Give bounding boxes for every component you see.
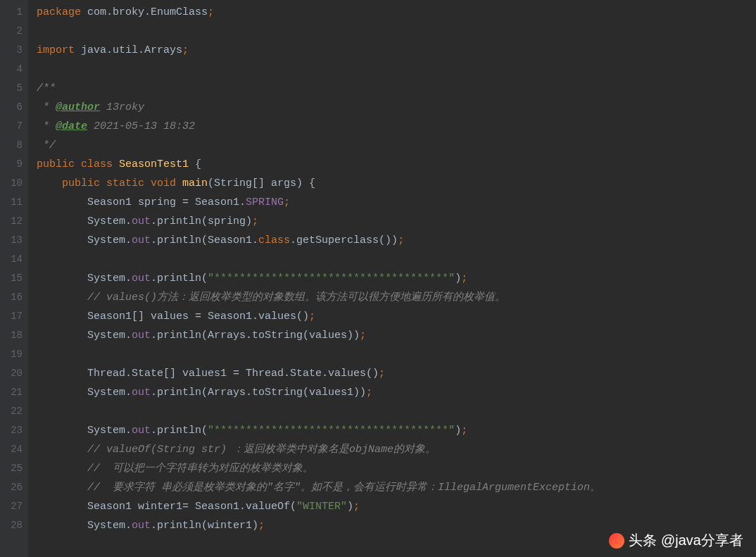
line-number: 19 [0, 345, 28, 364]
code-line: public static void main(String[] args) { [37, 174, 756, 193]
line-number: 22 [0, 402, 28, 421]
code-line: // values()方法：返回枚举类型的对象数组。该方法可以很方便地遍历所有的… [37, 288, 756, 307]
punct: ; [258, 520, 265, 532]
line-number: 13 [0, 231, 28, 250]
identifier: java.util.Arrays [81, 44, 182, 56]
punct: ; [353, 501, 360, 513]
brace: { [195, 158, 201, 170]
code: System. [37, 234, 132, 246]
line-number: 20 [0, 364, 28, 383]
code-line: Thread.State[] values1 = Thread.State.va… [37, 364, 756, 383]
line-number: 28 [0, 516, 28, 535]
code-line: import java.util.Arrays; [37, 41, 756, 60]
keyword: class [258, 234, 290, 246]
keyword: public class [37, 158, 119, 170]
punct: ; [461, 273, 467, 284]
code-line: System.out.println(Arrays.toString(value… [37, 383, 756, 402]
string: "*************************************" [208, 425, 455, 437]
line-number: 14 [0, 250, 28, 269]
punct: ; [208, 6, 214, 18]
doc-comment: /** [37, 82, 56, 94]
field: out [132, 520, 151, 532]
line-number: 26 [0, 478, 28, 497]
line-number: 2 [0, 22, 28, 41]
code: System. [37, 425, 132, 437]
keyword: import [37, 44, 81, 56]
watermark-logo-icon [609, 533, 624, 549]
doc-text: 2021-05-13 18:32 [87, 120, 195, 132]
field: out [132, 330, 151, 342]
code: Season1 spring = Season1. [37, 196, 246, 208]
code-line: System.out.println("********************… [37, 421, 756, 440]
line-comment: // 要求字符 串必须是枚举类对象的"名字"。如不是，会有运行时异常：Illeg… [37, 482, 600, 494]
code: .println(winter1) [151, 520, 258, 532]
line-number: 21 [0, 383, 28, 402]
field: out [132, 215, 151, 227]
code: ) [455, 273, 461, 284]
code-line [37, 345, 756, 364]
code-line: * @author 13roky [37, 98, 756, 117]
code: .println( [151, 273, 208, 284]
line-number: 4 [0, 60, 28, 79]
line-number: 23 [0, 421, 28, 440]
string: "WINTER" [296, 501, 347, 513]
punct: ; [398, 234, 404, 246]
code-line: package com.broky.EnumClass; [37, 3, 756, 22]
code: .println(Season1. [151, 234, 258, 246]
code: System. [37, 330, 132, 342]
line-number: 17 [0, 307, 28, 326]
doc-comment: * [37, 120, 56, 132]
line-number: 3 [0, 41, 28, 60]
code-line: // 可以把一个字符串转为对应的枚举类对象。 [37, 459, 756, 478]
line-number: 25 [0, 459, 28, 478]
identifier: com.broky.EnumClass [87, 6, 208, 18]
line-number: 27 [0, 497, 28, 516]
line-number: 18 [0, 326, 28, 345]
code: Season1 winter1= Season1.valueOf( [37, 501, 296, 513]
code-line: System.out.println(spring); [37, 212, 756, 231]
punct: ; [182, 44, 189, 56]
code-line [37, 22, 756, 41]
line-number: 10 [0, 174, 28, 193]
code: Thread.State[] values1 = Thread.State.va… [37, 368, 379, 380]
punct: ; [461, 425, 467, 437]
code: System. [37, 215, 132, 227]
code-line: Season1[] values = Season1.values(); [37, 307, 756, 326]
code-area[interactable]: package com.broky.EnumClass; import java… [28, 0, 756, 557]
code-line: public class SeasonTest1 { [37, 155, 756, 174]
code-line: // 要求字符 串必须是枚举类对象的"名字"。如不是，会有运行时异常：Illeg… [37, 478, 756, 497]
line-comment: // values()方法：返回枚举类型的对象数组。该方法可以很方便地遍历所有的… [37, 292, 505, 303]
code-line [37, 60, 756, 79]
line-number: 12 [0, 212, 28, 231]
code: System. [37, 273, 132, 284]
doc-comment: */ [37, 139, 56, 151]
line-number: 9 [0, 155, 28, 174]
doc-tag: @date [56, 120, 87, 132]
field: out [132, 273, 151, 284]
field: out [132, 234, 151, 246]
code: System. [37, 387, 132, 399]
line-comment: // 可以把一个字符串转为对应的枚举类对象。 [37, 463, 313, 475]
watermark-handle: @java分享者 [661, 531, 743, 550]
punct: ; [360, 330, 366, 342]
code-line: // valueOf(String str) ：返回枚举类中对象名是objNam… [37, 440, 756, 459]
line-number: 5 [0, 79, 28, 98]
line-number-gutter: 1234567891011121314151617181920212223242… [0, 0, 28, 557]
line-number: 6 [0, 98, 28, 117]
code-line: System.out.println("********************… [37, 269, 756, 288]
code: ) [455, 425, 461, 437]
punct: ; [284, 196, 290, 208]
watermark: 头条 @java分享者 [609, 531, 743, 550]
line-comment: // valueOf(String str) ：返回枚举类中对象名是objNam… [37, 444, 436, 456]
indent [37, 177, 62, 189]
class-name: SeasonTest1 [119, 158, 195, 170]
doc-text: 13roky [100, 101, 144, 113]
doc-comment: * [37, 101, 56, 113]
line-number: 11 [0, 193, 28, 212]
enum-const: SPRING [246, 196, 284, 208]
line-number: 8 [0, 136, 28, 155]
punct: ; [252, 215, 258, 227]
code: ) [347, 501, 353, 513]
code-line [37, 402, 756, 421]
code-line: */ [37, 136, 756, 155]
